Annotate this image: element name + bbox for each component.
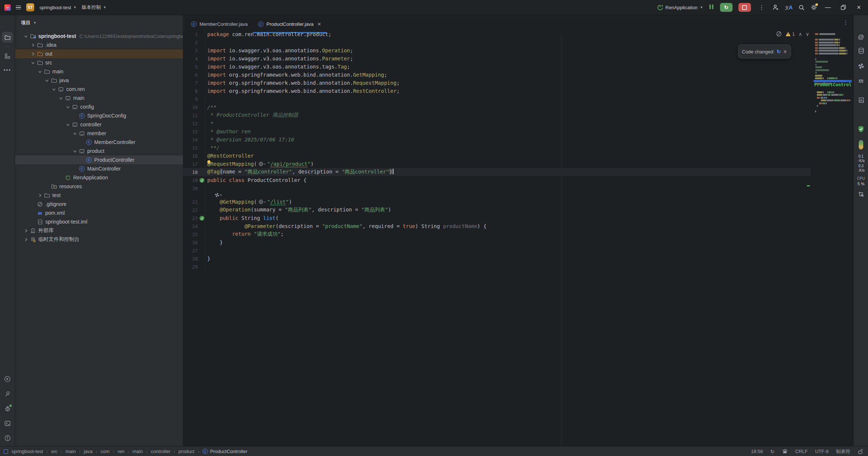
- breadcrumb-item-springboot-test[interactable]: springboot-test: [11, 449, 43, 454]
- spring-tool-button[interactable]: [854, 63, 868, 69]
- debug-tool-button[interactable]: [2, 403, 13, 414]
- tree-row-.idea[interactable]: .idea: [15, 41, 183, 49]
- hotswap-reload-icon[interactable]: ↻: [777, 49, 781, 55]
- code-line-1[interactable]: 1package com.ren.main.controller.product…: [183, 30, 811, 38]
- tree-row-springboot-test[interactable]: springboot-testC:\Users\12296\Desktop\wo…: [15, 32, 183, 41]
- tree-row-resources[interactable]: resources: [15, 182, 183, 191]
- code-line-7[interactable]: 7import org.springframework.web.bind.ann…: [183, 79, 811, 87]
- tree-chevron-icon[interactable]: [22, 238, 29, 242]
- code-line-17[interactable]: 17@RequestMapping(▾"/api/product"): [183, 160, 811, 168]
- editor-options-kebab-icon[interactable]: ⋮: [843, 19, 848, 26]
- tree-chevron-icon[interactable]: [57, 96, 64, 100]
- code-line-4[interactable]: 4import io.swagger.v3.oas.annotations.Pa…: [183, 55, 811, 63]
- tree-chevron-icon[interactable]: [71, 131, 78, 136]
- endpoints-tool-button[interactable]: @: [854, 34, 868, 41]
- tree-row-product[interactable]: product: [15, 147, 183, 155]
- code-line-27[interactable]: 27: [183, 246, 811, 255]
- maven-tool-button[interactable]: m: [854, 77, 868, 85]
- terminal-tool-button[interactable]: [2, 418, 13, 429]
- code-line-8[interactable]: 8import org.springframework.web.bind.ann…: [183, 87, 811, 95]
- code-line-26[interactable]: 26 }: [183, 238, 811, 246]
- tree-chevron-icon[interactable]: [22, 229, 29, 233]
- tree-row-.gitignore[interactable]: .gitignore: [15, 200, 183, 208]
- tree-row-out[interactable]: out: [15, 49, 183, 58]
- code-line-11[interactable]: 11 * ProductController 商品控制器: [183, 111, 811, 119]
- build-tool-button[interactable]: [2, 388, 13, 399]
- warning-count[interactable]: 1: [786, 31, 795, 37]
- code-line-24[interactable]: 24 @Parameter(description = "productName…: [183, 222, 811, 230]
- intention-bulb-icon[interactable]: [207, 160, 211, 165]
- main-menu-icon[interactable]: [16, 4, 21, 11]
- tree-row-外部库[interactable]: 外部库: [15, 226, 183, 235]
- tree-row-java[interactable]: java: [15, 76, 183, 85]
- code-line-9[interactable]: 9: [183, 95, 811, 103]
- tree-row-pom.xml[interactable]: mpom.xml: [15, 208, 183, 217]
- tree-chevron-icon[interactable]: [36, 70, 43, 74]
- vcs-widget[interactable]: 版本控制 ▼: [82, 4, 106, 11]
- paw-icon[interactable]: [782, 449, 788, 454]
- database-tool-button[interactable]: [854, 48, 868, 54]
- project-tool-button[interactable]: [2, 32, 13, 43]
- indent-selector[interactable]: 制表符: [836, 448, 850, 455]
- highlighting-off-icon[interactable]: [776, 31, 782, 37]
- url-inlay-globe-icon[interactable]: ▾: [258, 161, 266, 166]
- encoding-selector[interactable]: UTF-8: [815, 449, 829, 454]
- cursor-position[interactable]: 18:58: [751, 449, 763, 454]
- breadcrumb-item-ProductController[interactable]: CProductController: [202, 449, 247, 454]
- tree-row-ProductController[interactable]: CProductController: [15, 155, 183, 164]
- more-tool-windows-button[interactable]: •••: [2, 64, 13, 76]
- breadcrumb-item-java[interactable]: java: [84, 449, 93, 454]
- project-avatar[interactable]: ST: [26, 3, 34, 11]
- project-panel-header[interactable]: 项目 ▼: [21, 17, 36, 28]
- tree-chevron-icon[interactable]: [29, 52, 36, 56]
- breadcrumb-item-com[interactable]: com: [100, 449, 110, 454]
- translate-icon[interactable]: 文A: [785, 4, 793, 11]
- code-line-18[interactable]: 18@Tag(name = "商品controller", descriptio…: [183, 168, 811, 176]
- tree-row-com.ren[interactable]: com.ren: [15, 85, 183, 94]
- popup-close-icon[interactable]: ✕: [783, 49, 787, 55]
- services-tool-button[interactable]: [2, 373, 13, 385]
- tree-row-main[interactable]: main: [15, 94, 183, 102]
- spring-bean-gutter-icon[interactable]: [198, 178, 206, 183]
- tree-chevron-icon[interactable]: [29, 43, 36, 47]
- tree-row-RenApplication[interactable]: RenApplication: [15, 173, 183, 182]
- tree-row-member[interactable]: member: [15, 129, 183, 138]
- stop-button[interactable]: [738, 3, 751, 12]
- close-button[interactable]: ×: [854, 3, 864, 11]
- unlock-icon[interactable]: [858, 449, 863, 454]
- code-editor[interactable]: 1package com.ren.main.controller.product…: [183, 30, 811, 271]
- tree-row-MemberController[interactable]: CMemberController: [15, 138, 183, 147]
- minimap[interactable]: ProductController: [814, 33, 852, 225]
- code-line-2[interactable]: 2: [183, 38, 811, 46]
- more-actions-kebab-icon[interactable]: ⋮: [757, 4, 766, 11]
- close-tab-icon[interactable]: ✕: [317, 21, 321, 27]
- code-line-6[interactable]: 6import org.springframework.web.bind.ann…: [183, 71, 811, 79]
- project-widget[interactable]: springboot-test ▼: [39, 5, 77, 10]
- spring-bean-gutter-icon[interactable]: [198, 215, 206, 221]
- tree-row-test[interactable]: test: [15, 191, 183, 200]
- spring-inlay-hint-icon[interactable]: ▾: [215, 193, 222, 197]
- tree-chevron-icon[interactable]: [22, 34, 29, 38]
- run-configuration-widget[interactable]: RenApplication ▼: [657, 4, 703, 11]
- url-inlay-globe-icon[interactable]: ▾: [258, 199, 266, 204]
- tree-row-MainController[interactable]: CMainController: [15, 164, 183, 173]
- tree-chevron-icon[interactable]: [29, 61, 36, 65]
- code-line-10[interactable]: 10/**: [183, 103, 811, 111]
- code-line-23[interactable]: 23 public String list(: [183, 214, 811, 222]
- security-plugin-button[interactable]: [854, 126, 868, 133]
- code-line-19[interactable]: 19public class ProductController {: [183, 176, 811, 184]
- tree-chevron-icon[interactable]: [64, 123, 71, 127]
- settings-button[interactable]: [811, 4, 817, 11]
- code-line-21[interactable]: 21 @GetMapping(▾"/list"): [183, 198, 811, 206]
- code-line-12[interactable]: 12 *: [183, 119, 811, 127]
- code-line-29[interactable]: 29: [183, 263, 811, 271]
- tree-chevron-icon[interactable]: [43, 78, 50, 83]
- tree-chevron-icon[interactable]: [36, 193, 43, 197]
- tree-row-main[interactable]: main: [15, 67, 183, 76]
- breadcrumb-item-src[interactable]: src: [51, 449, 57, 454]
- breadcrumb-item-ren[interactable]: ren: [117, 449, 124, 454]
- tree-row-config[interactable]: config: [15, 102, 183, 111]
- restore-button[interactable]: [839, 5, 848, 10]
- breadcrumb-item-controller[interactable]: controller: [151, 449, 170, 454]
- code-line-3[interactable]: 3import io.swagger.v3.oas.annotations.Op…: [183, 46, 811, 55]
